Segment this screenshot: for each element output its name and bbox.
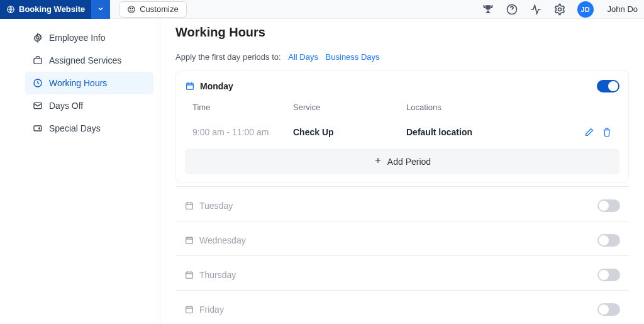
periods-table-header: Time Service Locations [185,96,619,118]
sidebar-item-working-hours[interactable]: Working Hours [25,72,153,94]
day-name: Wednesday [199,235,246,245]
apply-all-days-link[interactable]: All Days [288,52,318,62]
main-content: Working Hours Apply the first day period… [160,19,644,324]
col-service: Service [293,103,406,112]
sidebar-item-label: Working Hours [49,78,107,88]
day-toggle-monday[interactable] [597,80,619,92]
activity-icon[interactable] [530,3,542,16]
day-card-tuesday: Tuesday [175,191,629,221]
col-locations: Locations [406,103,574,112]
svg-rect-16 [186,306,193,313]
day-card-thursday: Thursday [175,260,629,290]
day-toggle-friday[interactable] [597,303,620,316]
day-toggle-thursday[interactable] [597,269,620,281]
svg-rect-7 [34,59,42,64]
sidebar-item-label: Assigned Services [49,55,121,65]
calendar-icon [184,270,194,280]
calendar-icon [184,235,194,245]
customize-label: Customize [140,4,178,14]
topbar-icons: JD John Do [482,1,644,18]
add-period-button[interactable]: Add Period [185,148,619,174]
period-service: Check Up [293,127,406,137]
day-name: Tuesday [199,201,233,211]
day-card-monday: Monday Time Service Locations 9:00 am - … [175,70,629,182]
day-card-friday: Friday [175,294,629,324]
sidebar-item-label: Days Off [49,101,83,111]
plus-icon [374,156,382,167]
clock-icon [33,78,43,88]
period-row: 9:00 am - 11:00 am Check Up Default loca… [185,118,619,146]
svg-point-6 [36,36,39,39]
svg-point-11 [39,128,40,129]
sidebar-item-assigned-services[interactable]: Assigned Services [25,49,153,72]
add-period-label: Add Period [387,157,431,167]
sidebar: Employee Info Assigned Services Working … [19,19,160,324]
booking-dropdown-button[interactable] [91,0,110,19]
gear-icon [33,33,43,43]
user-avatar[interactable]: JD [577,1,594,18]
col-time: Time [192,103,293,112]
calendar-icon [185,81,195,91]
svg-point-3 [132,8,133,8]
svg-rect-13 [186,203,193,209]
user-initials: JD [581,6,590,13]
sidebar-item-special-days[interactable]: Special Days [25,117,153,140]
svg-point-1 [128,6,135,13]
sidebar-item-employee-info[interactable]: Employee Info [25,26,153,49]
palette-icon [127,5,136,14]
day-name: Thursday [199,270,236,280]
calendar-icon [184,201,194,211]
customize-button[interactable]: Customize [119,1,186,18]
sidebar-item-days-off[interactable]: Days Off [25,94,153,117]
booking-website-label: Booking Website [19,4,85,14]
period-location: Default location [406,127,574,137]
trophy-icon[interactable] [482,3,494,16]
user-name: John Do [608,4,638,14]
booking-website-button[interactable]: Booking Website [0,0,91,19]
chevron-down-icon [97,4,104,14]
sidebar-item-label: Special Days [49,123,101,133]
briefcase-icon [33,55,43,65]
globe-icon [6,5,15,14]
svg-rect-12 [187,83,194,89]
delete-icon[interactable] [602,127,612,137]
period-time: 9:00 am - 11:00 am [192,127,293,137]
svg-rect-15 [186,272,193,278]
svg-point-5 [558,8,561,11]
day-card-wednesday: Wednesday [175,225,629,255]
apply-business-days-link[interactable]: Business Days [326,52,380,62]
wallet-icon [33,123,43,133]
edit-icon[interactable] [584,127,594,137]
help-icon[interactable] [506,3,518,16]
day-toggle-wednesday[interactable] [597,234,620,247]
svg-point-2 [130,8,131,8]
envelope-icon [33,101,43,111]
day-header: Monday [185,76,619,96]
page-title: Working Hours [175,25,629,40]
svg-rect-14 [186,237,193,243]
apply-row: Apply the first day periods to: All Days… [175,52,629,62]
apply-label: Apply the first day periods to: [175,52,281,62]
calendar-icon [184,304,194,315]
settings-icon[interactable] [553,3,566,16]
day-toggle-tuesday[interactable] [597,199,620,212]
day-name: Monday [200,81,233,91]
topbar: Booking Website Customize JD John Do [0,0,644,19]
day-name: Friday [199,304,224,315]
sidebar-item-label: Employee Info [49,33,106,43]
